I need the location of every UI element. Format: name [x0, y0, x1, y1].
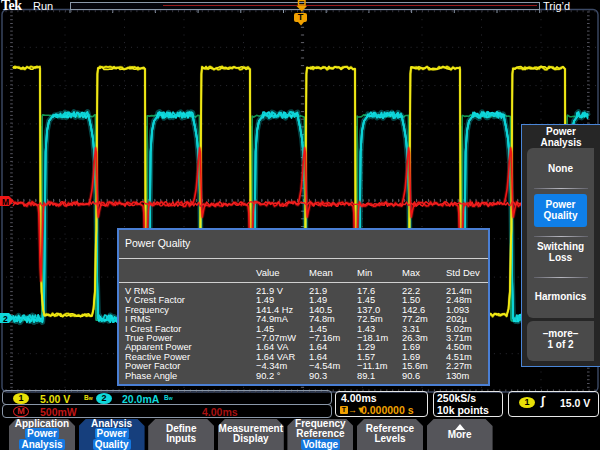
- svg-text:M: M: [2, 197, 9, 207]
- svg-text:2: 2: [3, 314, 8, 324]
